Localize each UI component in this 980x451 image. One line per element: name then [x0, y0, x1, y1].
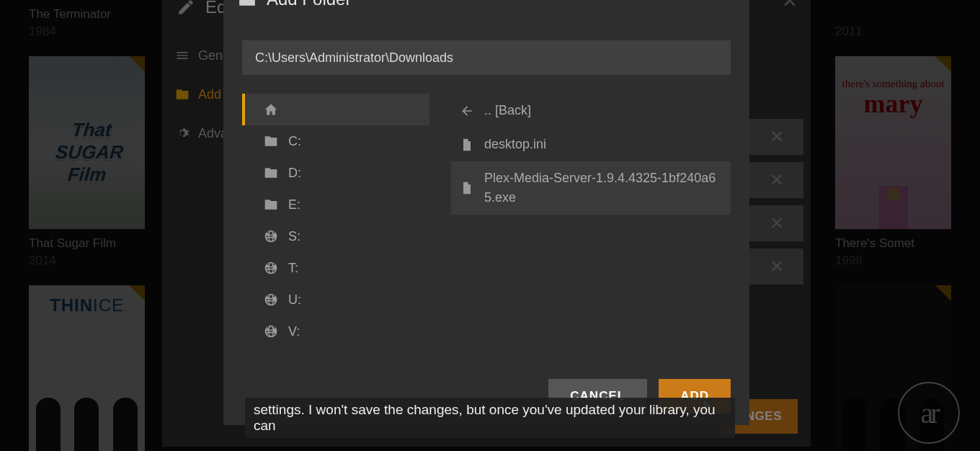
drive-item-u[interactable]: U:	[242, 284, 429, 316]
folder-icon	[264, 166, 278, 180]
globe-icon	[264, 229, 278, 244]
drive-item-v[interactable]: V:	[242, 316, 429, 347]
drive-label: E:	[288, 197, 300, 213]
drive-item-s[interactable]: S:	[242, 220, 429, 252]
file-icon	[460, 138, 474, 152]
add-folder-title: Add Folder	[267, 0, 351, 9]
drive-item-e[interactable]: E:	[242, 189, 429, 220]
drive-label: C:	[288, 134, 301, 149]
file-item-back[interactable]: .. [Back]	[451, 94, 731, 128]
drive-item-home[interactable]	[242, 94, 429, 125]
drive-label: T:	[288, 261, 298, 276]
drive-list: C: D: E: S: T: U:	[242, 94, 429, 367]
globe-icon	[264, 261, 278, 275]
globe-icon	[264, 324, 278, 339]
video-subtitle: settings. I won't save the changes, but …	[245, 398, 735, 438]
file-item-plex-exe[interactable]: Plex-Media-Server-1.9.4.4325-1bf240a65.e…	[451, 161, 731, 215]
folder-path-input[interactable]	[242, 40, 731, 75]
drive-item-d[interactable]: D:	[242, 157, 429, 189]
home-icon	[264, 102, 278, 117]
folder-icon	[264, 134, 278, 148]
close-icon[interactable]: ✕	[718, 0, 735, 5]
drive-label: U:	[288, 293, 301, 308]
drive-item-t[interactable]: T:	[242, 252, 429, 284]
folder-icon	[264, 197, 278, 212]
file-item-desktop-ini[interactable]: desktop.ini	[451, 128, 731, 161]
drive-label: S:	[288, 229, 300, 244]
file-label: desktop.ini	[484, 135, 546, 154]
file-label: Plex-Media-Server-1.9.4.4325-1bf240a65.e…	[484, 169, 722, 207]
file-label: .. [Back]	[484, 101, 531, 120]
watermark-logo: ar	[898, 382, 960, 444]
drive-item-c[interactable]: C:	[242, 125, 429, 157]
file-icon	[460, 181, 474, 195]
add-folder-modal: Add Folder ✕ C: D: E: S:	[223, 0, 749, 425]
file-list: .. [Back] desktop.ini Plex-Media-Server-…	[451, 94, 731, 367]
folder-icon	[238, 0, 257, 9]
arrow-left-icon	[460, 104, 474, 118]
drive-label: V:	[288, 324, 300, 339]
globe-icon	[264, 293, 278, 307]
drive-label: D:	[288, 166, 301, 181]
